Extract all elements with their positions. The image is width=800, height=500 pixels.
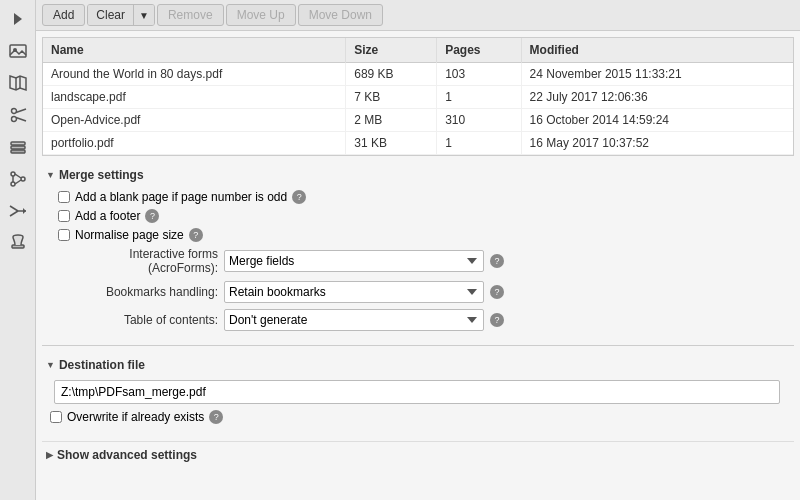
scissors-icon[interactable] <box>3 100 33 130</box>
svg-point-13 <box>11 172 15 176</box>
table-cell-name: landscape.pdf <box>43 86 346 109</box>
layers-icon[interactable] <box>3 132 33 162</box>
table-cell-name: Open-Advice.pdf <box>43 109 346 132</box>
add-button[interactable]: Add <box>42 4 85 26</box>
clear-dropdown-arrow[interactable]: ▼ <box>133 5 154 25</box>
table-cell-pages: 103 <box>437 63 521 86</box>
blank-page-row: Add a blank page if page number is odd ? <box>58 190 786 204</box>
merge-settings-triangle: ▼ <box>46 170 55 180</box>
toc-select[interactable]: Don't generate Generate <box>224 309 484 331</box>
branch-icon[interactable] <box>3 164 33 194</box>
col-header-name: Name <box>43 38 346 63</box>
overwrite-help-icon[interactable]: ? <box>209 410 223 424</box>
normalise-checkbox[interactable] <box>58 229 70 241</box>
merge-settings-body: Add a blank page if page number is odd ?… <box>42 186 794 345</box>
svg-line-19 <box>10 206 18 211</box>
advanced-title: Show advanced settings <box>57 448 197 462</box>
table-cell-modified: 16 October 2014 14:59:24 <box>521 109 793 132</box>
bookmarks-help-icon[interactable]: ? <box>490 285 504 299</box>
interactive-forms-label: Interactive forms (AcroForms): <box>58 247 218 275</box>
clear-button[interactable]: Clear <box>88 5 133 25</box>
table-cell-size: 7 KB <box>346 86 437 109</box>
main-content: Add Clear ▼ Remove Move Up Move Down Nam… <box>36 0 800 500</box>
footer-row: Add a footer ? <box>58 209 786 223</box>
table-cell-modified: 24 November 2015 11:33:21 <box>521 63 793 86</box>
destination-section: ▼ Destination file Overwrite if already … <box>42 352 794 437</box>
arrow-icon[interactable] <box>3 4 33 34</box>
svg-line-8 <box>16 109 26 113</box>
svg-rect-23 <box>12 245 24 248</box>
col-header-size: Size <box>346 38 437 63</box>
footer-label: Add a footer <box>75 209 140 223</box>
normalise-label: Normalise page size <box>75 228 184 242</box>
destination-triangle: ▼ <box>46 360 55 370</box>
svg-rect-10 <box>11 142 25 145</box>
destination-body: Overwrite if already exists ? <box>42 376 794 437</box>
image-icon[interactable] <box>3 36 33 66</box>
map-icon[interactable] <box>3 68 33 98</box>
svg-line-20 <box>10 211 18 216</box>
destination-file-input[interactable] <box>54 380 780 404</box>
merge-settings-section: ▼ Merge settings Add a blank page if pag… <box>42 162 794 345</box>
toolbar: Add Clear ▼ Remove Move Up Move Down <box>36 0 800 31</box>
table-cell-name: portfolio.pdf <box>43 132 346 155</box>
overwrite-label: Overwrite if already exists <box>67 410 204 424</box>
table-cell-modified: 22 July 2017 12:06:36 <box>521 86 793 109</box>
overwrite-row: Overwrite if already exists ? <box>50 410 786 424</box>
footer-help-icon[interactable]: ? <box>145 209 159 223</box>
destination-header[interactable]: ▼ Destination file <box>42 352 794 376</box>
svg-marker-0 <box>14 13 22 25</box>
svg-rect-11 <box>11 146 25 149</box>
advanced-section: ▶ Show advanced settings <box>42 441 794 468</box>
table-cell-pages: 1 <box>437 132 521 155</box>
blank-page-label: Add a blank page if page number is odd <box>75 190 287 204</box>
interactive-forms-row: Interactive forms (AcroForms): Merge fie… <box>58 247 786 275</box>
interactive-forms-help-icon[interactable]: ? <box>490 254 504 268</box>
col-header-pages: Pages <box>437 38 521 63</box>
normalise-help-icon[interactable]: ? <box>189 228 203 242</box>
table-cell-pages: 310 <box>437 109 521 132</box>
svg-rect-1 <box>10 45 26 57</box>
remove-button[interactable]: Remove <box>157 4 224 26</box>
table-row[interactable]: landscape.pdf7 KB122 July 2017 12:06:36 <box>43 86 793 109</box>
blank-page-help-icon[interactable]: ? <box>292 190 306 204</box>
file-table-container: Name Size Pages Modified Around the Worl… <box>42 37 794 156</box>
table-cell-modified: 16 May 2017 10:37:52 <box>521 132 793 155</box>
move-down-button[interactable]: Move Down <box>298 4 383 26</box>
footer-checkbox[interactable] <box>58 210 70 222</box>
svg-point-6 <box>11 109 16 114</box>
table-row[interactable]: Open-Advice.pdf2 MB31016 October 2014 14… <box>43 109 793 132</box>
move-up-button[interactable]: Move Up <box>226 4 296 26</box>
svg-line-18 <box>15 180 21 184</box>
table-cell-size: 2 MB <box>346 109 437 132</box>
svg-marker-3 <box>10 76 26 90</box>
advanced-triangle: ▶ <box>46 450 53 460</box>
sidebar <box>0 0 36 500</box>
overwrite-checkbox[interactable] <box>50 411 62 423</box>
normalise-row: Normalise page size ? <box>58 228 786 242</box>
bookmarks-select[interactable]: Retain bookmarks Discard bookmarks Creat… <box>224 281 484 303</box>
table-cell-name: Around the World in 80 days.pdf <box>43 63 346 86</box>
merge-settings-title: Merge settings <box>59 168 144 182</box>
bookmarks-row: Bookmarks handling: Retain bookmarks Dis… <box>58 281 786 303</box>
merge-icon[interactable] <box>3 196 33 226</box>
blank-page-checkbox[interactable] <box>58 191 70 203</box>
table-row[interactable]: portfolio.pdf31 KB116 May 2017 10:37:52 <box>43 132 793 155</box>
table-cell-size: 31 KB <box>346 132 437 155</box>
stamp-icon[interactable] <box>3 228 33 258</box>
table-cell-size: 689 KB <box>346 63 437 86</box>
destination-title: Destination file <box>59 358 145 372</box>
svg-point-14 <box>11 182 15 186</box>
divider-1 <box>42 345 794 346</box>
file-table: Name Size Pages Modified Around the Worl… <box>43 38 793 155</box>
table-row[interactable]: Around the World in 80 days.pdf689 KB103… <box>43 63 793 86</box>
svg-line-9 <box>16 118 26 122</box>
svg-marker-22 <box>23 208 26 214</box>
advanced-header[interactable]: ▶ Show advanced settings <box>42 441 794 468</box>
toc-help-icon[interactable]: ? <box>490 313 504 327</box>
toc-label: Table of contents: <box>58 313 218 327</box>
toc-row: Table of contents: Don't generate Genera… <box>58 309 786 331</box>
svg-rect-12 <box>11 150 25 153</box>
merge-settings-header[interactable]: ▼ Merge settings <box>42 162 794 186</box>
interactive-forms-select[interactable]: Merge fields Flatten Don't include <box>224 250 484 272</box>
